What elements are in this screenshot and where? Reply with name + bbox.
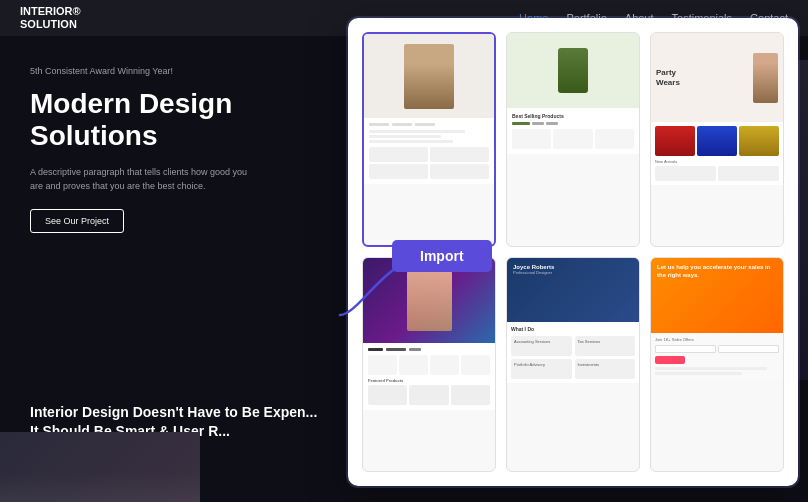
card1-header — [364, 34, 494, 118]
card1-grid — [369, 147, 489, 179]
card1-nav-dot — [369, 123, 389, 126]
hero-description: A descriptive paragraph that tells clien… — [30, 166, 250, 193]
card3-dress-red — [655, 126, 695, 156]
card4-product-item — [461, 355, 490, 375]
card3-dress-yellow — [739, 126, 779, 156]
card4-girl-figure — [407, 271, 452, 331]
card2-product-item — [595, 129, 634, 149]
card6-email-input — [655, 345, 716, 353]
card6-cta-button — [655, 356, 685, 364]
card5-service-item: Accounting Services — [511, 336, 572, 356]
card5-preview: Joyce Roberts Professional Designer What… — [507, 258, 639, 471]
card3-dress-blue — [697, 126, 737, 156]
card1-line — [369, 130, 465, 133]
card6-line — [655, 367, 767, 370]
card4-preview: Featured Products — [363, 258, 495, 471]
template-card-5[interactable]: Joyce Roberts Professional Designer What… — [506, 257, 640, 472]
card1-line — [369, 135, 441, 138]
template-card-1[interactable] — [362, 32, 496, 247]
card4-nav — [368, 348, 490, 351]
card4-nav-item — [386, 348, 406, 351]
card6-body: Join 1K+ Sales Offers — [651, 333, 783, 379]
card3-new-arrivals-label: New Arrivals — [655, 159, 779, 164]
card3-dress-grid — [655, 126, 779, 156]
card3-body: New Arrivals — [651, 122, 783, 185]
card5-service-label: Portfolio Advisory — [514, 362, 569, 367]
background-room-thumbnail — [0, 432, 200, 502]
card2-nav-item — [546, 122, 558, 125]
card1-nav — [369, 123, 489, 126]
card1-line — [369, 140, 453, 143]
card1-grid-item — [430, 147, 489, 162]
card1-grid-item — [369, 164, 428, 179]
card1-grid-item — [430, 164, 489, 179]
template-card-6[interactable]: Let us help you accelerate your sales in… — [650, 257, 784, 472]
card5-what-i-do: What I Do — [511, 326, 635, 332]
card5-services-grid: Accounting Services Tax Services Portfol… — [511, 336, 635, 379]
template-card-4[interactable]: Featured Products — [362, 257, 496, 472]
card4-product-item — [368, 355, 397, 375]
card2-preview: Best Selling Products — [507, 33, 639, 246]
card6-button-row — [655, 356, 779, 364]
card2-header — [507, 33, 639, 108]
card4-product-item — [399, 355, 428, 375]
card6-line — [655, 372, 742, 375]
card5-service-item: Tax Services — [575, 336, 636, 356]
card6-lines — [655, 367, 779, 375]
card1-preview — [364, 34, 494, 245]
card6-name-input — [718, 345, 779, 353]
card1-nav-dot — [392, 123, 412, 126]
card2-nav-item — [532, 122, 544, 125]
card2-nav — [512, 122, 634, 125]
card2-product-item — [512, 129, 551, 149]
card5-service-label: Investments — [578, 362, 633, 367]
template-card-3[interactable]: PartyWears New Arrivals — [650, 32, 784, 247]
card1-person-figure — [404, 44, 454, 109]
card1-body — [364, 118, 494, 184]
card4-nav-item — [368, 348, 383, 351]
card2-product-item — [553, 129, 592, 149]
card2-title: Best Selling Products — [512, 113, 634, 119]
card3-text-area: PartyWears — [656, 68, 748, 87]
card2-product-figure — [558, 48, 588, 93]
card6-tagline-text: Let us help you accelerate your sales in… — [657, 264, 777, 280]
card5-service-item: Investments — [575, 359, 636, 379]
card6-form-row — [655, 345, 779, 353]
card3-preview: PartyWears New Arrivals — [651, 33, 783, 246]
card2-nav-item — [512, 122, 530, 125]
template-card-2[interactable]: Best Selling Products — [506, 32, 640, 247]
import-button[interactable]: Import — [392, 240, 492, 272]
card1-nav-dot — [415, 123, 435, 126]
card3-header: PartyWears — [651, 33, 783, 122]
card5-service-item: Portfolio Advisory — [511, 359, 572, 379]
card2-products — [512, 129, 634, 149]
card2-body: Best Selling Products — [507, 108, 639, 154]
background-logo: INTERIOR® SOLUTION — [20, 5, 81, 31]
card1-text-lines — [369, 130, 489, 143]
card5-header: Joyce Roberts Professional Designer — [507, 258, 639, 322]
card1-grid-item — [369, 147, 428, 162]
card4-product-item — [430, 355, 459, 375]
card4-products-grid — [368, 355, 490, 375]
card6-header: Let us help you accelerate your sales in… — [651, 258, 783, 333]
card4-body: Featured Products — [363, 343, 495, 410]
card5-service-label: Tax Services — [578, 339, 633, 344]
card3-title: PartyWears — [656, 68, 748, 87]
card3-woman-figure — [753, 53, 778, 103]
card6-preview: Let us help you accelerate your sales in… — [651, 258, 783, 471]
card5-service-label: Accounting Services — [514, 339, 569, 344]
hero-cta-button[interactable]: See Our Project — [30, 209, 124, 233]
card5-subtitle: Professional Designer — [513, 270, 633, 275]
card4-nav-item — [409, 348, 421, 351]
card5-body: What I Do Accounting Services Tax Servic… — [507, 322, 639, 383]
